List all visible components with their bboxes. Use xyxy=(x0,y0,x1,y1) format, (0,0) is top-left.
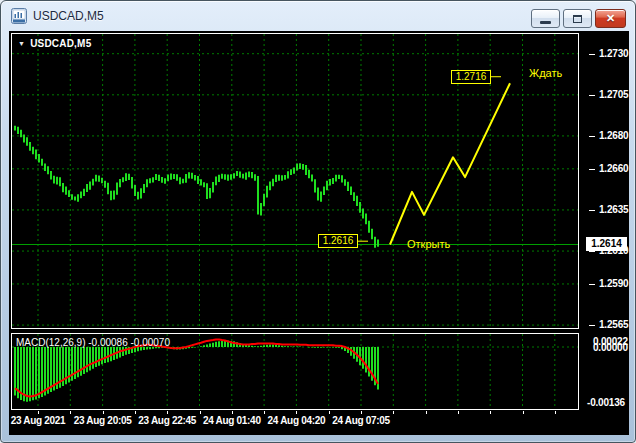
time-axis-tick xyxy=(523,411,524,414)
price-axis-label: 1.2705 xyxy=(599,89,628,101)
main-chart-canvas[interactable] xyxy=(12,34,578,328)
time-axis-tick xyxy=(426,411,427,414)
close-button[interactable]: ✕ xyxy=(595,9,626,28)
time-axis-tick xyxy=(232,411,233,414)
window-title: USDCAD,M5 xyxy=(33,9,104,23)
macd-indicator-label: MACD(12,26,9) -0.00086 -0.00070 xyxy=(16,337,170,348)
open-annotation-label[interactable]: Открыть xyxy=(407,238,450,250)
price-axis-tick xyxy=(589,95,595,96)
restore-icon xyxy=(573,15,582,23)
macd-scale-bottom: -0.00136 xyxy=(587,397,625,408)
price-axis-tick xyxy=(589,325,595,326)
symbol-label: ▼USDCAD,M5 xyxy=(18,38,91,49)
minimize-icon xyxy=(540,21,551,24)
close-icon: ✕ xyxy=(606,13,615,24)
price-axis-label: 1.2660 xyxy=(599,163,628,175)
price-axis[interactable]: 1.2614 0.00022 0.00000 -0.00136 1.27301.… xyxy=(579,31,629,435)
time-axis[interactable]: 23 Aug 202123 Aug 20:0523 Aug 22:4524 Au… xyxy=(11,411,579,433)
chart-client-area: ▼USDCAD,M5 1.2716 1.2616 Ждать Открыть M… xyxy=(9,31,629,435)
title-bar[interactable]: USDCAD,M5 ✕ xyxy=(1,1,635,31)
time-axis-label: 24 Aug 07:05 xyxy=(319,415,403,426)
price-axis-tick xyxy=(589,210,595,211)
time-axis-tick xyxy=(70,411,71,414)
time-axis-tick xyxy=(264,411,265,414)
time-axis-tick xyxy=(103,411,104,414)
restore-button[interactable] xyxy=(563,9,592,28)
time-axis-tick xyxy=(296,411,297,414)
chevron-down-icon[interactable]: ▼ xyxy=(18,40,25,47)
symbol-label-text: USDCAD,M5 xyxy=(30,38,91,49)
price-axis-tick xyxy=(589,284,595,285)
time-axis-tick xyxy=(490,411,491,414)
price-axis-tick xyxy=(589,54,595,55)
time-axis-tick xyxy=(361,411,362,414)
chart-icon xyxy=(11,8,27,24)
time-axis-tick xyxy=(329,411,330,414)
time-axis-tick xyxy=(200,411,201,414)
target-price-box[interactable]: 1.2716 xyxy=(451,70,491,84)
time-axis-tick xyxy=(458,411,459,414)
current-price-box: 1.2614 xyxy=(586,237,627,251)
price-axis-tick xyxy=(589,169,595,170)
wait-annotation-label[interactable]: Ждать xyxy=(529,67,562,79)
price-axis-label: 1.2590 xyxy=(599,278,628,290)
time-axis-tick xyxy=(38,411,39,414)
price-axis-label: 1.2635 xyxy=(599,204,628,216)
price-axis-label: 1.2730 xyxy=(599,48,628,60)
price-axis-tick xyxy=(589,136,595,137)
time-axis-tick xyxy=(135,411,136,414)
macd-indicator-panel[interactable]: MACD(12,26,9) -0.00086 -0.00070 xyxy=(11,333,579,410)
minimize-button[interactable] xyxy=(531,9,560,28)
forecast-zigzag-line[interactable] xyxy=(390,83,510,244)
time-axis-tick xyxy=(555,411,556,414)
entry-price-box[interactable]: 1.2616 xyxy=(318,234,358,248)
price-axis-label: 1.2680 xyxy=(599,130,628,142)
time-axis-tick xyxy=(393,411,394,414)
main-chart-panel[interactable]: ▼USDCAD,M5 1.2716 1.2616 Ждать Открыть xyxy=(11,33,579,329)
chart-window: USDCAD,M5 ✕ ▼USDCAD,M5 1.2716 1.2616 Жда… xyxy=(0,0,636,443)
time-axis-tick xyxy=(167,411,168,414)
price-axis-label: 1.2565 xyxy=(599,319,628,331)
macd-scale-zero: 0.00000 xyxy=(593,342,628,353)
